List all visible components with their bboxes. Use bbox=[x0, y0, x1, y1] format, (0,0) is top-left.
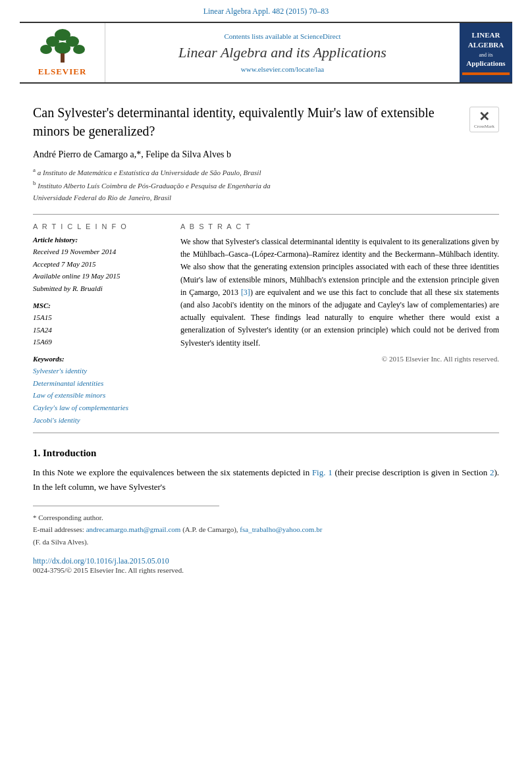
doi-link[interactable]: http://dx.doi.org/10.1016/j.laa.2015.05.… bbox=[33, 556, 499, 566]
keyword-4: Cayley's law of complementaries bbox=[33, 402, 165, 414]
crossmark-x-icon: ✕ bbox=[479, 110, 490, 123]
journal-title-section: Contents lists available at ScienceDirec… bbox=[105, 23, 460, 82]
svg-point-5 bbox=[73, 45, 85, 54]
msc-code-2: 15A24 bbox=[33, 324, 165, 336]
doi-section: http://dx.doi.org/10.1016/j.laa.2015.05.… bbox=[33, 556, 499, 574]
journal-cover-thumbnail: LINEARALGEBRAand itsApplications bbox=[460, 23, 512, 82]
ref-3-link[interactable]: [3] bbox=[241, 288, 250, 297]
article-info-column: A R T I C L E I N F O Article history: R… bbox=[33, 223, 165, 426]
submitted-by: Submitted by R. Brualdi bbox=[33, 282, 165, 295]
keyword-3: Law of extensible minors bbox=[33, 389, 165, 402]
keyword-5: Jacobi's identity bbox=[33, 414, 165, 427]
authors-line: André Pierro de Camargo a,*, Felipe da S… bbox=[33, 149, 499, 160]
affiliation-a: a a Instituto de Matemática e Estatístic… bbox=[33, 165, 499, 178]
paper-title-section: ✕ CrossMark Can Sylvester's determinanta… bbox=[33, 103, 499, 140]
introduction-section: 1. Introduction In this Note we explore … bbox=[33, 448, 499, 494]
section-divider bbox=[33, 214, 499, 215]
abstract-text: We show that Sylvester's classical deter… bbox=[180, 236, 499, 350]
main-content: ✕ CrossMark Can Sylvester's determinanta… bbox=[0, 84, 532, 587]
footnote-divider bbox=[33, 506, 219, 506]
affiliation-b: b Instituto Alberto Luís Coimbra de Pós-… bbox=[33, 178, 499, 203]
info-abstract-section: A R T I C L E I N F O Article history: R… bbox=[33, 223, 499, 426]
keywords-label: Keywords: bbox=[33, 355, 165, 363]
email1-link[interactable]: andrecamargo.math@gmail.com bbox=[86, 525, 181, 533]
cover-title-text: LINEARALGEBRAand itsApplications bbox=[466, 30, 505, 68]
intro-paragraph: In this Note we explore the equivalences… bbox=[33, 465, 499, 494]
keywords-section: Keywords: Sylvester's identity Determina… bbox=[33, 355, 165, 426]
journal-full-title: Linear Algebra and its Applications bbox=[178, 44, 386, 61]
msc-code-3: 15A69 bbox=[33, 336, 165, 348]
abstract-column: A B S T R A C T We show that Sylvester's… bbox=[180, 223, 499, 426]
crossmark-label-text: CrossMark bbox=[474, 124, 494, 129]
intro-heading: 1. Introduction bbox=[33, 448, 499, 459]
journal-url-text[interactable]: www.elsevier.com/locate/laa bbox=[241, 65, 324, 73]
elsevier-brand-text: ELSEVIER bbox=[38, 66, 87, 77]
affiliations: a a Instituto de Matemática e Estatístic… bbox=[33, 165, 499, 203]
elsevier-tree-icon bbox=[36, 28, 89, 65]
issn-line: 0024-3795/© 2015 Elsevier Inc. All right… bbox=[33, 566, 499, 574]
svg-point-4 bbox=[55, 42, 70, 54]
sciencedirect-link[interactable]: ScienceDirect bbox=[300, 32, 341, 40]
msc-code-1: 15A15 bbox=[33, 311, 165, 324]
article-info-heading: A R T I C L E I N F O bbox=[33, 223, 165, 230]
keyword-2: Determinantal identities bbox=[33, 377, 165, 390]
email2-name: (F. da Silva Alves). bbox=[33, 536, 499, 548]
received-date: Received 19 November 2014 bbox=[33, 246, 165, 258]
svg-rect-6 bbox=[61, 53, 65, 63]
section2-link[interactable]: 2 bbox=[490, 467, 494, 477]
svg-point-3 bbox=[40, 45, 52, 54]
available-date: Available online 19 May 2015 bbox=[33, 270, 165, 282]
journal-header: ELSEVIER Contents lists available at Sci… bbox=[20, 22, 512, 84]
history-label: Article history: bbox=[33, 236, 165, 244]
journal-ref-text: Linear Algebra Appl. 482 (2015) 70–83 bbox=[203, 7, 329, 16]
journal-reference-line: Linear Algebra Appl. 482 (2015) 70–83 bbox=[0, 0, 532, 22]
crossmark-badge[interactable]: ✕ CrossMark bbox=[469, 107, 499, 132]
contents-available-text: Contents lists available at ScienceDirec… bbox=[224, 32, 340, 40]
fig1-link[interactable]: Fig. 1 bbox=[312, 467, 332, 477]
abstract-heading: A B S T R A C T bbox=[180, 223, 499, 230]
msc-label: MSC: bbox=[33, 302, 165, 309]
keyword-1: Sylvester's identity bbox=[33, 365, 165, 377]
paper-title: Can Sylvester's determinantal identity, … bbox=[33, 103, 499, 140]
accepted-date: Accepted 7 May 2015 bbox=[33, 258, 165, 271]
section-divider-2 bbox=[33, 433, 499, 433]
email2-link[interactable]: fsa_trabalho@yahoo.com.br bbox=[240, 525, 322, 533]
msc-section: MSC: 15A15 15A24 15A69 bbox=[33, 302, 165, 348]
email-addresses-line: E-mail addresses: andrecamargo.math@gmai… bbox=[33, 523, 499, 536]
copyright-text: © 2015 Elsevier Inc. All rights reserved… bbox=[180, 355, 499, 363]
footnote-section: * Corresponding author. E-mail addresses… bbox=[33, 512, 499, 548]
elsevier-logo: ELSEVIER bbox=[20, 23, 105, 82]
corresponding-author-note: * Corresponding author. bbox=[33, 512, 499, 524]
